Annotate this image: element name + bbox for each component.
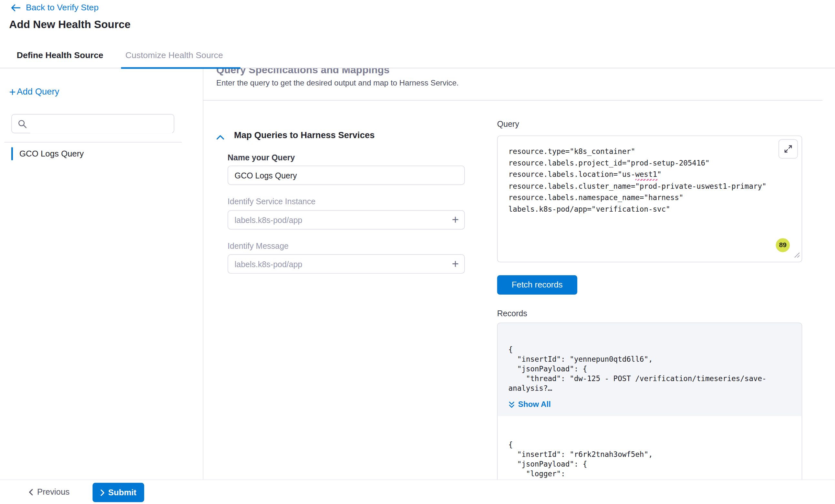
query-search-box bbox=[11, 114, 175, 133]
add-health-source-page: Back to Verify Step Add New Health Sourc… bbox=[0, 0, 835, 504]
previous-label[interactable]: Previous bbox=[37, 487, 69, 497]
footer-bar: Previous Submit bbox=[0, 480, 835, 504]
back-link[interactable]: Back to Verify Step bbox=[11, 3, 99, 12]
char-count-badge: 89 bbox=[776, 238, 790, 252]
tab-bar: Define Health Source Customize Health So… bbox=[0, 46, 835, 68]
message-input[interactable] bbox=[228, 254, 465, 274]
tab-define-health-source[interactable]: Define Health Source bbox=[17, 51, 103, 60]
identify-service-instance-label: Identify Service Instance bbox=[228, 197, 315, 206]
show-all-label[interactable]: Show All bbox=[518, 400, 551, 409]
map-queries-section-title: Map Queries to Harness Services bbox=[234, 130, 375, 140]
records-label: Records bbox=[497, 309, 527, 317]
expand-icon bbox=[784, 145, 793, 153]
submit-label[interactable]: Submit bbox=[108, 487, 137, 497]
back-link-label[interactable]: Back to Verify Step bbox=[26, 3, 99, 12]
fetch-records-button[interactable]: Fetch records bbox=[497, 275, 577, 295]
query-item-label: GCO Logs Query bbox=[19, 149, 84, 159]
add-query-button[interactable]: + Add Query bbox=[9, 86, 59, 97]
search-input[interactable] bbox=[30, 115, 172, 133]
show-all-link[interactable]: Show All bbox=[509, 400, 791, 409]
previous-button[interactable]: Previous bbox=[28, 487, 69, 497]
sidebar-divider bbox=[4, 142, 182, 143]
sidebar-main-divider bbox=[203, 68, 203, 480]
submit-button[interactable]: Submit bbox=[93, 483, 144, 502]
tab-customize-health-source[interactable]: Customize Health Source bbox=[125, 51, 223, 60]
chevron-right-icon bbox=[100, 489, 105, 496]
record-item: { "insertId": "yennepun0qtd6ll6", "jsonP… bbox=[497, 323, 801, 416]
record-json: { "insertId": "yennepun0qtd6ll6", "jsonP… bbox=[509, 344, 791, 393]
plus-icon: + bbox=[9, 87, 16, 97]
add-query-label[interactable]: Add Query bbox=[17, 86, 59, 97]
back-arrow-icon[interactable] bbox=[11, 4, 21, 11]
resize-handle[interactable] bbox=[794, 250, 800, 260]
query-label: Query bbox=[497, 119, 519, 128]
double-chevron-down-icon bbox=[509, 401, 515, 408]
section-subheading: Enter the query to get the desired outpu… bbox=[216, 78, 459, 87]
selected-indicator-bar bbox=[11, 147, 13, 160]
add-message-icon[interactable]: + bbox=[452, 258, 459, 270]
chevron-up-icon[interactable] bbox=[216, 132, 224, 142]
active-tab-underline bbox=[121, 67, 241, 69]
expand-query-button[interactable] bbox=[778, 140, 798, 159]
search-icon bbox=[18, 119, 27, 128]
service-instance-input[interactable] bbox=[228, 210, 465, 229]
chevron-left-icon bbox=[28, 488, 33, 496]
sidebar-item-gco-logs-query[interactable]: GCO Logs Query bbox=[11, 146, 178, 161]
query-textarea[interactable]: resource.type="k8s_container" resource.l… bbox=[497, 136, 801, 262]
records-panel: { "insertId": "yennepun0qtd6ll6", "jsonP… bbox=[497, 323, 802, 504]
add-service-instance-icon[interactable]: + bbox=[452, 214, 459, 226]
page-title: Add New Health Source bbox=[9, 18, 130, 30]
identify-message-label: Identify Message bbox=[228, 241, 289, 250]
content-divider bbox=[203, 100, 822, 101]
query-name-input[interactable] bbox=[228, 166, 465, 185]
name-your-query-label: Name your Query bbox=[228, 153, 295, 162]
query-editor: resource.type="k8s_container" resource.l… bbox=[497, 135, 802, 262]
